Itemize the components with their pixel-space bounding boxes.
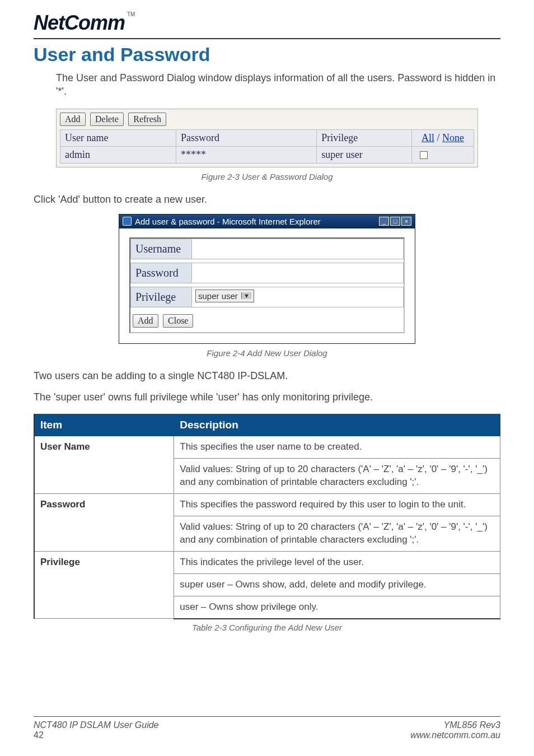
intro-paragraph: The User and Password Dialog window disp…: [56, 71, 500, 99]
cell-desc: This specifies the user name to be creat…: [174, 436, 500, 459]
footer-url: www.netcomm.com.au: [410, 730, 500, 740]
close-window-button[interactable]: ×: [401, 217, 411, 226]
row-checkbox[interactable]: [420, 151, 428, 159]
col-privilege: Privilege: [317, 129, 412, 146]
table-header-row: User name Password Privilege All / None: [60, 129, 474, 146]
ie-icon: [123, 217, 132, 226]
cell-item: Privilege: [34, 552, 174, 619]
user-password-dialog: Add Delete Refresh User name Password Pr…: [56, 109, 478, 167]
username-input[interactable]: [192, 239, 404, 259]
dialog-close-button[interactable]: Close: [163, 314, 193, 328]
th-description: Description: [174, 414, 500, 436]
dialog-add-button[interactable]: Add: [133, 314, 158, 328]
privilege-cell: super user ▼: [192, 287, 404, 307]
table-row: admin ***** super user: [60, 146, 474, 163]
click-add-text: Click 'Add' button to create a new user.: [34, 193, 500, 206]
chevron-down-icon: ▼: [241, 292, 251, 299]
cell-username: admin: [60, 146, 176, 163]
cell-checkbox: [412, 146, 474, 163]
privilege-select-value: super user: [198, 291, 238, 301]
brand-logo: NetCommTM: [34, 11, 500, 38]
col-select-all-none: All / None: [412, 129, 474, 146]
cell-item: Password: [34, 494, 174, 552]
cell-desc: user – Owns show privilege only.: [174, 596, 500, 618]
table-row: Password This specifies the password req…: [34, 494, 500, 516]
delete-button[interactable]: Delete: [90, 113, 124, 126]
cell-item: User Name: [34, 436, 174, 494]
dialog-titlebar: Add user & password - Microsoft Internet…: [119, 214, 415, 228]
paragraph-two-users: Two users can be adding to a single NCT4…: [34, 369, 500, 382]
logo-text: NetComm: [34, 11, 125, 35]
table-row: User Name This specifies the user name t…: [34, 436, 500, 459]
table-row: Privilege This indicates the privilege l…: [34, 552, 500, 574]
th-item: Item: [34, 414, 174, 436]
figure-caption-1: Figure 2-3 User & Password Dialog: [34, 172, 500, 181]
password-input[interactable]: [192, 263, 404, 283]
col-username: User name: [60, 129, 176, 146]
paragraph-privilege: The 'super user' owns full privilege whi…: [34, 390, 500, 404]
cell-desc: Valid values: String of up to 20 charact…: [174, 516, 500, 552]
add-button[interactable]: Add: [60, 113, 86, 126]
select-none-link[interactable]: None: [442, 132, 464, 143]
minimize-button[interactable]: _: [379, 217, 389, 226]
footer-page-number: 42: [34, 730, 158, 740]
footer-revision: YML856 Rev3: [410, 720, 500, 730]
page-title: User and Password: [34, 44, 500, 66]
figure-caption-2: Figure 2-4 Add New User Dialog: [34, 348, 500, 358]
description-table: Item Description User Name This specifie…: [34, 414, 500, 619]
privilege-select[interactable]: super user ▼: [195, 290, 254, 302]
cell-desc: This specifies the password required by …: [174, 494, 500, 516]
label-privilege: Privilege: [130, 287, 192, 307]
add-user-dialog: Add user & password - Microsoft Internet…: [119, 214, 415, 344]
label-password: Password: [130, 263, 192, 283]
cell-desc: super user – Owns show, add, delete and …: [174, 574, 500, 596]
dialog-title: Add user & password - Microsoft Internet…: [135, 217, 321, 226]
page-footer: NCT480 IP DSLAM User Guide 42 YML856 Rev…: [34, 716, 500, 740]
cell-privilege: super user: [317, 146, 412, 163]
select-all-link[interactable]: All: [421, 132, 434, 143]
logo-tm: TM: [127, 11, 135, 17]
col-password: Password: [176, 129, 316, 146]
refresh-button[interactable]: Refresh: [128, 113, 166, 126]
cell-desc: This indicates the privilege level of th…: [174, 552, 500, 574]
footer-guide-title: NCT480 IP DSLAM User Guide: [34, 720, 158, 730]
table-caption: Table 2-3 Configuring the Add New User: [34, 623, 500, 632]
cell-password: *****: [176, 146, 316, 163]
header-rule: [34, 38, 500, 39]
cell-desc: Valid values: String of up to 20 charact…: [174, 459, 500, 494]
maximize-button[interactable]: □: [390, 217, 400, 226]
user-table: User name Password Privilege All / None …: [60, 129, 474, 164]
label-username: Username: [130, 239, 192, 259]
